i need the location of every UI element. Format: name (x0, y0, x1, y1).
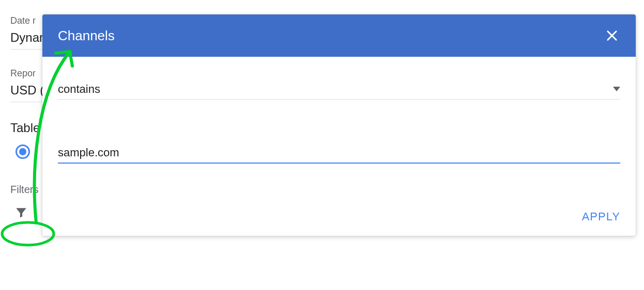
channels-filter-dialog: Channels contains APPLY (42, 14, 636, 236)
apply-button[interactable]: APPLY (582, 210, 620, 223)
dialog-footer: APPLY (42, 174, 636, 236)
dialog-header: Channels (42, 14, 636, 57)
chevron-down-icon (613, 85, 620, 94)
table-radio[interactable] (16, 144, 30, 159)
operator-select[interactable]: contains (58, 83, 620, 100)
dialog-body: contains (42, 57, 636, 174)
close-button[interactable] (604, 27, 620, 44)
dialog-title: Channels (58, 28, 604, 44)
filter-value-input[interactable] (58, 146, 620, 159)
operator-value: contains (58, 83, 613, 96)
radio-dot-icon (19, 148, 26, 155)
close-icon (605, 28, 619, 43)
filter-value-row (58, 146, 620, 164)
